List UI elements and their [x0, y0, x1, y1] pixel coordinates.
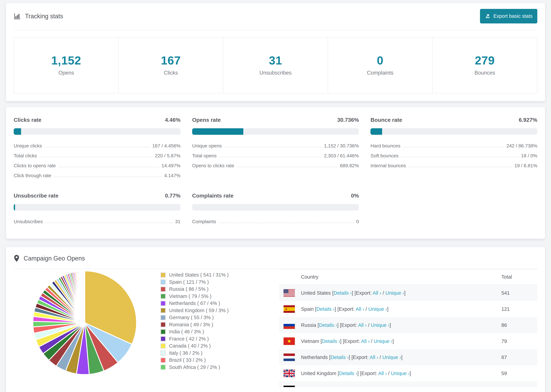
progress-bar-track [192, 128, 359, 135]
stat-label: Bounces [433, 70, 537, 76]
stat-value: 167 [119, 54, 223, 67]
progress-bar-fill [370, 128, 382, 135]
stat-value: 1,152 [14, 54, 118, 67]
export-all-link[interactable]: All › [373, 290, 381, 296]
geo-table-row-vn: Vietnam [Details ›] [Export: All › / Uni… [279, 333, 537, 349]
rate-row-label: Total opens [192, 153, 217, 159]
rate-row-label: Unique opens [192, 143, 222, 149]
stat-cell-opens: 1,152 Opens [14, 37, 118, 93]
rate-row-label: Unique clicks [14, 143, 42, 149]
progress-bar-fill [192, 128, 243, 135]
rate-detail-row: Click through rate 4.147% [14, 171, 181, 181]
campaign-geo-opens-card: Campaign Geo Opens United States ( 541 /… [6, 247, 545, 392]
rate-row-label: Complaints [192, 219, 216, 224]
legend-label: South Africa ( 29 / 2% ) [169, 364, 220, 370]
country-total: 79 [501, 333, 537, 349]
legend-item: Spain ( 121 / 7% ) [161, 279, 279, 286]
export-unique-link[interactable]: Unique › [376, 387, 395, 387]
rate-head: Bounce rate 6.927% [370, 117, 537, 123]
rate-head: Opens rate 30.736% [192, 117, 359, 123]
dotted-leader [401, 157, 519, 157]
details-link[interactable]: Details › [319, 322, 337, 328]
rate-detail-row: Complaints 0 [192, 217, 359, 227]
legend-item: Russia ( 86 / 5% ) [161, 286, 279, 293]
export-all-link[interactable]: All › [358, 322, 367, 328]
legend-swatch-icon [161, 273, 166, 278]
legend-label: Vietnam ( 79 / 5% ) [169, 294, 212, 299]
dotted-leader [58, 167, 159, 167]
legend-swatch-icon [161, 350, 166, 356]
legend-item: Romania ( 49 / 3% ) [161, 321, 279, 328]
rate-detail-row: Total opens 2,303 / 61.446% [192, 151, 359, 161]
export-all-link[interactable]: All › [361, 338, 370, 344]
dotted-leader [45, 223, 173, 223]
export-unique-link[interactable]: Unique › [391, 371, 410, 376]
map-pin-icon [14, 255, 20, 262]
rate-row-value: 4.147% [164, 173, 181, 178]
legend-swatch-icon [161, 358, 166, 363]
rate-detail-rows: Complaints 0 [192, 217, 359, 227]
details-link[interactable]: Details › [322, 338, 340, 344]
flag-gb-icon [283, 370, 295, 377]
rate-block-bounce-rate: Bounce rate 6.927% Hard bounces 242 / 86… [370, 117, 537, 181]
rate-detail-row: Unique clicks 167 / 4.456% [14, 141, 181, 151]
dotted-leader [224, 147, 322, 147]
rate-block-clicks-rate: Clicks rate 4.46% Unique clicks 167 / 4.… [14, 117, 181, 181]
country-text: United States [Details ›] [Export: All ›… [301, 290, 406, 296]
details-link[interactable]: Details › [339, 371, 357, 376]
rate-row-label: Unsubscribes [14, 219, 43, 224]
flag-ru-icon [283, 321, 295, 329]
details-link[interactable]: Details › [316, 306, 335, 312]
export-unique-link[interactable]: Unique › [385, 290, 404, 296]
export-all-link[interactable]: All › [363, 387, 372, 387]
flag-nl-icon [283, 354, 295, 361]
geo-table: Country Total United States [Details ›] … [279, 269, 537, 387]
flag-es-icon [283, 305, 295, 313]
geo-header: Campaign Geo Opens [14, 255, 537, 262]
country-total: 59 [501, 365, 537, 381]
export-all-link[interactable]: All › [356, 306, 364, 312]
flag-de-icon [283, 386, 295, 387]
rate-detail-rows: Hard bounces 242 / 86.738% Soft bounces … [370, 141, 537, 171]
export-unique-link[interactable]: Unique › [368, 306, 387, 312]
details-link[interactable]: Details › [324, 387, 342, 387]
dotted-leader [219, 157, 322, 157]
legend-swatch-icon [161, 365, 166, 370]
rate-detail-row: Internal bounces 19 / 6.81% [370, 161, 537, 171]
rate-row-label: Internal bounces [370, 163, 406, 168]
stat-cell-unsubscribes: 31 Unsubscribes [223, 37, 328, 93]
details-link[interactable]: Details › [331, 355, 349, 360]
legend-label: Brazil ( 33 / 2% ) [169, 357, 206, 363]
stat-value: 31 [223, 54, 328, 67]
export-all-link[interactable]: All › [378, 371, 387, 376]
details-link[interactable]: Details › [333, 290, 352, 296]
rate-detail-row: Total clicks 220 / 5.87% [14, 151, 181, 161]
legend-item: Vietnam ( 79 / 5% ) [161, 293, 279, 300]
geo-table-row-de: Germany [Details ›] [Export: All › / Uni… [279, 381, 537, 387]
rate-row-label: Total clicks [14, 153, 37, 159]
country-total: 86 [501, 317, 537, 333]
export-basic-stats-button[interactable]: Export basic stats [480, 9, 537, 23]
rate-detail-rows: Unique opens 1,152 / 30.736% Total opens… [192, 141, 359, 171]
rate-head: Complaints rate 0% [192, 193, 359, 199]
country-cell: Germany [Details ›] [Export: All › / Uni… [279, 386, 501, 387]
legend-label: Spain ( 121 / 7% ) [169, 279, 209, 285]
export-icon [485, 13, 491, 20]
rate-percent: 4.46% [165, 117, 181, 123]
rate-block-complaints-rate: Complaints rate 0% Complaints 0 [192, 193, 359, 227]
legend-item: Canada ( 40 / 2% ) [161, 343, 279, 350]
flag-us-icon [283, 289, 295, 297]
legend-item: France ( 42 / 2% ) [161, 335, 279, 343]
column-header-country: Country [279, 269, 501, 285]
export-button-label: Export basic stats [493, 13, 532, 19]
geo-legend: United States ( 541 / 31% ) Spain ( 121 … [147, 271, 279, 387]
country-text: Spain [Details ›] [Export: All › / Uniqu… [301, 306, 389, 312]
country-text: Germany [Details ›] [Export: All › / Uni… [301, 387, 396, 387]
export-unique-link[interactable]: Unique › [382, 355, 401, 360]
rate-row-value: 1,152 / 30.736% [324, 143, 359, 149]
export-unique-link[interactable]: Unique › [374, 338, 393, 344]
export-all-link[interactable]: All › [370, 355, 378, 360]
rate-row-value: 0 [356, 219, 359, 224]
export-unique-link[interactable]: Unique › [371, 322, 390, 328]
geo-title-wrap: Campaign Geo Opens [14, 255, 85, 262]
